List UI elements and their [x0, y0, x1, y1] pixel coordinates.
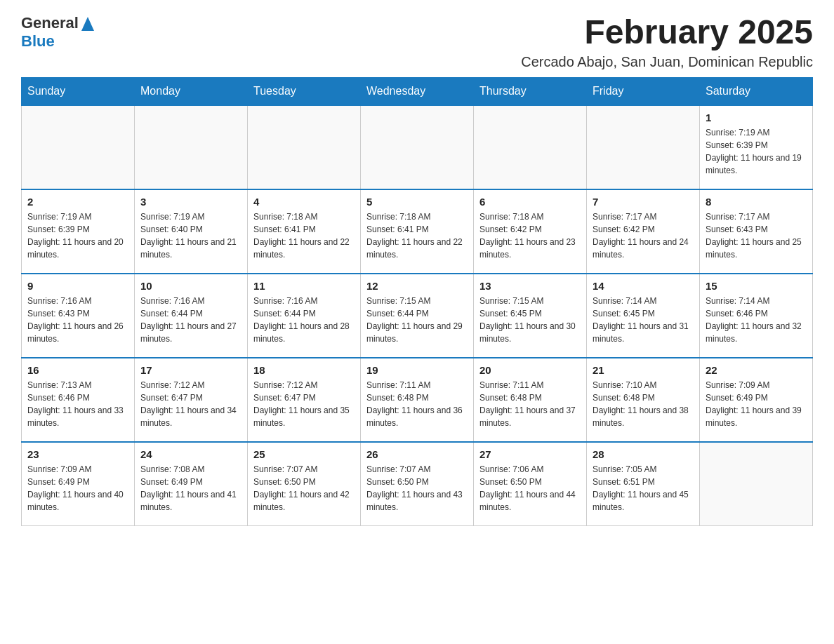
day-info: Sunrise: 7:14 AMSunset: 6:46 PMDaylight:…: [706, 295, 807, 345]
day-info: Sunrise: 7:07 AMSunset: 6:50 PMDaylight:…: [366, 463, 468, 514]
day-info: Sunrise: 7:19 AMSunset: 6:39 PMDaylight:…: [706, 126, 807, 177]
weekday-header-sunday: Sunday: [22, 77, 135, 105]
calendar-week-5: 23Sunrise: 7:09 AMSunset: 6:49 PMDayligh…: [22, 442, 813, 526]
calendar-table: SundayMondayTuesdayWednesdayThursdayFrid…: [21, 77, 813, 527]
weekday-header-row: SundayMondayTuesdayWednesdayThursdayFrid…: [22, 77, 813, 105]
day-info: Sunrise: 7:12 AMSunset: 6:47 PMDaylight:…: [253, 379, 355, 429]
day-number: 4: [253, 196, 355, 208]
calendar-cell: 19Sunrise: 7:11 AMSunset: 6:48 PMDayligh…: [361, 358, 474, 442]
day-number: 8: [706, 196, 807, 208]
calendar-cell: [700, 442, 813, 526]
day-number: 7: [593, 196, 694, 208]
calendar-cell: 6Sunrise: 7:18 AMSunset: 6:42 PMDaylight…: [474, 189, 587, 274]
day-info: Sunrise: 7:17 AMSunset: 6:42 PMDaylight:…: [593, 210, 694, 261]
logo: General Blue: [21, 14, 94, 51]
day-number: 5: [366, 196, 468, 208]
calendar-cell: 5Sunrise: 7:18 AMSunset: 6:41 PMDaylight…: [361, 189, 474, 274]
logo-text-general: General: [21, 14, 79, 32]
day-number: 9: [27, 280, 128, 292]
day-info: Sunrise: 7:05 AMSunset: 6:51 PMDaylight:…: [593, 463, 694, 514]
weekday-header-thursday: Thursday: [474, 77, 587, 105]
day-info: Sunrise: 7:19 AMSunset: 6:40 PMDaylight:…: [140, 210, 241, 261]
day-number: 1: [706, 112, 807, 123]
day-number: 18: [253, 364, 355, 376]
title-area: February 2025 Cercado Abajo, San Juan, D…: [521, 14, 813, 70]
day-info: Sunrise: 7:17 AMSunset: 6:43 PMDaylight:…: [706, 210, 807, 261]
weekday-header-wednesday: Wednesday: [361, 77, 474, 105]
day-number: 12: [366, 280, 468, 292]
calendar-cell: 15Sunrise: 7:14 AMSunset: 6:46 PMDayligh…: [700, 274, 813, 358]
calendar-week-1: 1Sunrise: 7:19 AMSunset: 6:39 PMDaylight…: [22, 105, 813, 189]
calendar-cell: 3Sunrise: 7:19 AMSunset: 6:40 PMDaylight…: [135, 189, 248, 274]
day-number: 17: [140, 364, 241, 376]
day-info: Sunrise: 7:07 AMSunset: 6:50 PMDaylight:…: [253, 463, 355, 514]
calendar-cell: 7Sunrise: 7:17 AMSunset: 6:42 PMDaylight…: [587, 189, 700, 274]
calendar-cell: 18Sunrise: 7:12 AMSunset: 6:47 PMDayligh…: [248, 358, 361, 442]
calendar-cell: 28Sunrise: 7:05 AMSunset: 6:51 PMDayligh…: [587, 442, 700, 526]
day-info: Sunrise: 7:08 AMSunset: 6:49 PMDaylight:…: [140, 463, 241, 514]
day-number: 28: [593, 448, 694, 460]
calendar-week-4: 16Sunrise: 7:13 AMSunset: 6:46 PMDayligh…: [22, 358, 813, 442]
day-number: 22: [706, 364, 807, 376]
calendar-cell: 14Sunrise: 7:14 AMSunset: 6:45 PMDayligh…: [587, 274, 700, 358]
day-number: 20: [479, 364, 581, 376]
logo-text-blue: Blue: [21, 32, 55, 50]
day-number: 16: [27, 364, 128, 376]
calendar-cell: [22, 105, 135, 189]
day-number: 27: [479, 448, 581, 460]
day-number: 6: [479, 196, 581, 208]
calendar-cell: 9Sunrise: 7:16 AMSunset: 6:43 PMDaylight…: [22, 274, 135, 358]
day-info: Sunrise: 7:12 AMSunset: 6:47 PMDaylight:…: [140, 379, 241, 429]
day-number: 19: [366, 364, 468, 376]
day-info: Sunrise: 7:16 AMSunset: 6:44 PMDaylight:…: [140, 295, 241, 345]
calendar-cell: 23Sunrise: 7:09 AMSunset: 6:49 PMDayligh…: [22, 442, 135, 526]
calendar-cell: 25Sunrise: 7:07 AMSunset: 6:50 PMDayligh…: [248, 442, 361, 526]
weekday-header-friday: Friday: [587, 77, 700, 105]
calendar-cell: 24Sunrise: 7:08 AMSunset: 6:49 PMDayligh…: [135, 442, 248, 526]
weekday-header-monday: Monday: [135, 77, 248, 105]
day-info: Sunrise: 7:10 AMSunset: 6:48 PMDaylight:…: [593, 379, 694, 429]
day-info: Sunrise: 7:16 AMSunset: 6:43 PMDaylight:…: [27, 295, 128, 345]
calendar-cell: 17Sunrise: 7:12 AMSunset: 6:47 PMDayligh…: [135, 358, 248, 442]
day-number: 3: [140, 196, 241, 208]
day-number: 2: [27, 196, 128, 208]
calendar-cell: 12Sunrise: 7:15 AMSunset: 6:44 PMDayligh…: [361, 274, 474, 358]
calendar-week-3: 9Sunrise: 7:16 AMSunset: 6:43 PMDaylight…: [22, 274, 813, 358]
calendar-cell: 2Sunrise: 7:19 AMSunset: 6:39 PMDaylight…: [22, 189, 135, 274]
calendar-cell: 21Sunrise: 7:10 AMSunset: 6:48 PMDayligh…: [587, 358, 700, 442]
day-number: 24: [140, 448, 241, 460]
day-info: Sunrise: 7:11 AMSunset: 6:48 PMDaylight:…: [366, 379, 468, 429]
day-info: Sunrise: 7:18 AMSunset: 6:41 PMDaylight:…: [253, 210, 355, 261]
day-info: Sunrise: 7:11 AMSunset: 6:48 PMDaylight:…: [479, 379, 581, 429]
day-number: 21: [593, 364, 694, 376]
weekday-header-tuesday: Tuesday: [248, 77, 361, 105]
calendar-cell: [587, 105, 700, 189]
day-number: 25: [253, 448, 355, 460]
calendar-cell: [474, 105, 587, 189]
day-info: Sunrise: 7:16 AMSunset: 6:44 PMDaylight:…: [253, 295, 355, 345]
calendar-cell: [248, 105, 361, 189]
calendar-cell: 13Sunrise: 7:15 AMSunset: 6:45 PMDayligh…: [474, 274, 587, 358]
logo-triangle-icon: [81, 15, 94, 31]
month-title: February 2025: [521, 14, 813, 51]
day-number: 26: [366, 448, 468, 460]
weekday-header-saturday: Saturday: [700, 77, 813, 105]
calendar-cell: 26Sunrise: 7:07 AMSunset: 6:50 PMDayligh…: [361, 442, 474, 526]
calendar-cell: 10Sunrise: 7:16 AMSunset: 6:44 PMDayligh…: [135, 274, 248, 358]
day-number: 23: [27, 448, 128, 460]
day-info: Sunrise: 7:14 AMSunset: 6:45 PMDaylight:…: [593, 295, 694, 345]
calendar-cell: 11Sunrise: 7:16 AMSunset: 6:44 PMDayligh…: [248, 274, 361, 358]
calendar-cell: 22Sunrise: 7:09 AMSunset: 6:49 PMDayligh…: [700, 358, 813, 442]
calendar-cell: 8Sunrise: 7:17 AMSunset: 6:43 PMDaylight…: [700, 189, 813, 274]
day-number: 14: [593, 280, 694, 292]
page-header: General Blue February 2025 Cercado Abajo…: [21, 14, 813, 70]
calendar-cell: [361, 105, 474, 189]
day-info: Sunrise: 7:15 AMSunset: 6:44 PMDaylight:…: [366, 295, 468, 345]
calendar-cell: 4Sunrise: 7:18 AMSunset: 6:41 PMDaylight…: [248, 189, 361, 274]
svg-marker-0: [81, 17, 94, 31]
calendar-cell: 20Sunrise: 7:11 AMSunset: 6:48 PMDayligh…: [474, 358, 587, 442]
day-info: Sunrise: 7:18 AMSunset: 6:42 PMDaylight:…: [479, 210, 581, 261]
day-info: Sunrise: 7:06 AMSunset: 6:50 PMDaylight:…: [479, 463, 581, 514]
day-info: Sunrise: 7:13 AMSunset: 6:46 PMDaylight:…: [27, 379, 128, 429]
day-info: Sunrise: 7:18 AMSunset: 6:41 PMDaylight:…: [366, 210, 468, 261]
